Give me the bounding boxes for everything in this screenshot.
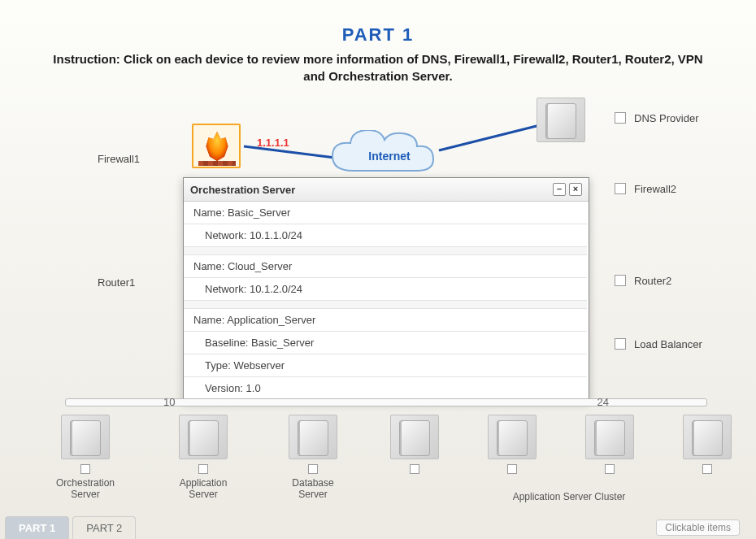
- application-server-node[interactable]: Application Server: [171, 415, 236, 500]
- server-icon[interactable]: [585, 415, 634, 459]
- router2-label: Router2: [634, 275, 671, 287]
- popup-body[interactable]: Name: Basic_Server Network: 10.1.1.0/24 …: [184, 202, 589, 400]
- popup-row: Name: Basic_Server: [184, 202, 587, 224]
- internet-cloud[interactable]: Internet: [328, 130, 450, 180]
- router1-label: Router1: [98, 276, 135, 289]
- popup-title: Orchestration Server: [190, 184, 295, 196]
- clickable-items-note[interactable]: Clickable items: [656, 519, 740, 536]
- bus-right-ip: 24: [597, 396, 609, 408]
- info-popup: Orchestration Server – × Name: Basic_Ser…: [183, 177, 589, 401]
- popup-row: Name: Application_Server: [184, 309, 587, 332]
- bus-left-ip: 10: [163, 396, 175, 408]
- server-row: Orchestration Server Application Server …: [49, 415, 732, 500]
- server-icon[interactable]: [683, 415, 732, 459]
- firewall2-checkbox[interactable]: [615, 183, 626, 194]
- popup-row: Network: 10.1.1.0/24: [184, 224, 587, 247]
- node-checkbox[interactable]: [308, 464, 318, 474]
- diagram-canvas: Firewall1 1.1.1.1 Internet DNS Provider …: [0, 0, 756, 539]
- network-bus: 10 24: [65, 398, 707, 406]
- popup-row: Name: Cloud_Server: [184, 255, 587, 278]
- server-icon[interactable]: [537, 98, 585, 142]
- dns-label: DNS Provider: [634, 112, 698, 124]
- node-label: Orchestration Server: [49, 477, 122, 500]
- database-server-node[interactable]: Database Server: [285, 415, 341, 500]
- node-checkbox[interactable]: [702, 464, 712, 474]
- dns-node[interactable]: [537, 98, 585, 142]
- popup-gap: [184, 301, 587, 309]
- bottom-tabs: PART 1 PART 2: [0, 516, 136, 539]
- cluster-label: Application Server Cluster: [463, 491, 675, 502]
- cluster-node-4[interactable]: [683, 415, 732, 500]
- server-icon[interactable]: [390, 415, 439, 459]
- node-checkbox[interactable]: [605, 464, 615, 474]
- loadbalancer-checkbox[interactable]: [615, 338, 626, 350]
- firewall1-label: Firewall1: [98, 153, 140, 165]
- server-icon[interactable]: [289, 415, 337, 459]
- node-checkbox[interactable]: [410, 464, 419, 474]
- loadbalancer-label: Load Balancer: [634, 338, 702, 350]
- popup-row: Baseline: Basic_Server: [184, 332, 587, 354]
- router2-checkbox[interactable]: [615, 275, 626, 286]
- svg-line-1: [439, 122, 553, 150]
- firewall1-node[interactable]: [192, 124, 241, 168]
- node-label: Database Server: [285, 477, 341, 500]
- server-icon[interactable]: [61, 415, 110, 459]
- dns-checkbox[interactable]: [615, 112, 626, 124]
- cluster-node-1[interactable]: [390, 415, 439, 500]
- tab-part1[interactable]: PART 1: [5, 516, 69, 539]
- minimize-button[interactable]: –: [553, 183, 566, 196]
- popup-row: Version: 1.0: [184, 377, 587, 400]
- node-label: Application Server: [171, 477, 236, 500]
- popup-titlebar[interactable]: Orchestration Server – ×: [184, 178, 589, 202]
- popup-gap: [184, 247, 587, 255]
- firewall1-ip: 1.1.1.1: [257, 137, 289, 149]
- tab-part2[interactable]: PART 2: [72, 516, 136, 539]
- node-checkbox[interactable]: [507, 464, 517, 474]
- popup-row: Type: Webserver: [184, 354, 587, 377]
- node-checkbox[interactable]: [80, 464, 90, 474]
- server-icon[interactable]: [179, 415, 228, 459]
- firewall2-label: Firewall2: [634, 183, 676, 195]
- server-icon[interactable]: [488, 415, 537, 459]
- node-checkbox[interactable]: [198, 464, 208, 474]
- firewall-icon[interactable]: [192, 124, 241, 168]
- orchestration-server-node[interactable]: Orchestration Server: [49, 415, 122, 500]
- cluster-node-3[interactable]: [585, 415, 634, 500]
- popup-row: Network: 10.1.2.0/24: [184, 278, 587, 301]
- internet-label: Internet: [328, 150, 450, 163]
- cluster-node-2[interactable]: [488, 415, 537, 500]
- close-button[interactable]: ×: [569, 183, 582, 196]
